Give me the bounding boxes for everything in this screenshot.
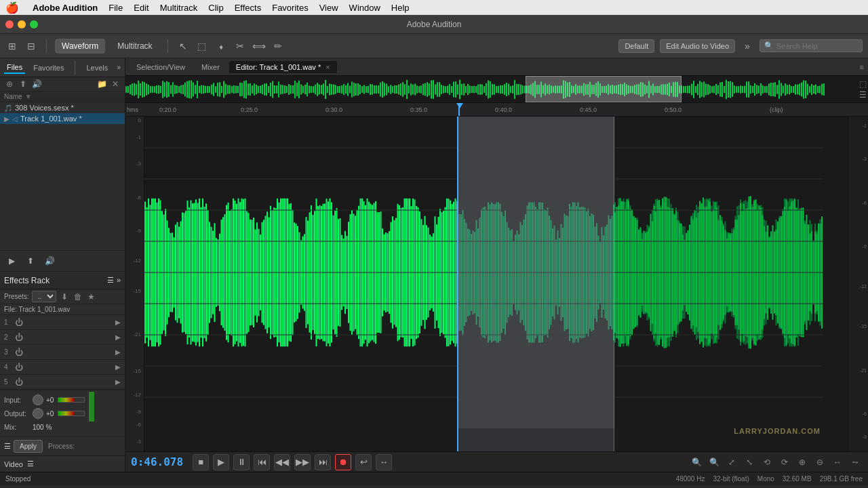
menu-view[interactable]: View xyxy=(319,3,338,13)
tab-close-icon[interactable]: × xyxy=(326,63,330,71)
favorites-tab[interactable]: Favorites xyxy=(31,62,66,73)
slot-4-arrow[interactable]: ▶ xyxy=(115,363,121,371)
zoom-special-icon[interactable]: ⥊ xyxy=(848,455,863,470)
waveform-overview[interactable]: ⬚ ☰ xyxy=(125,76,868,103)
slot-2-power[interactable]: ⏻ xyxy=(14,332,24,343)
zoom-full-icon[interactable]: ↔ xyxy=(830,455,845,470)
effect-slot-3[interactable]: 3 ⏻ ▶ xyxy=(0,345,125,360)
mini-play-btn[interactable]: ▶ xyxy=(4,253,19,268)
brush-tool-icon[interactable]: ✏ xyxy=(271,39,285,53)
lasso-tool-icon[interactable]: ⬧ xyxy=(214,39,228,53)
star-preset-icon[interactable]: ★ xyxy=(86,291,97,302)
folder-icon[interactable]: 📁 xyxy=(96,79,107,89)
menu-favorites[interactable]: Favorites xyxy=(272,3,308,13)
presets-dropdown[interactable]: .. xyxy=(32,291,56,302)
marquee-tool-icon[interactable]: ⬚ xyxy=(195,39,209,53)
overview-zoom-icon[interactable]: ⬚ xyxy=(859,79,867,89)
list-view-icon[interactable]: ☰ xyxy=(4,442,11,451)
pause-button[interactable]: ⏸ xyxy=(233,454,250,470)
menu-effects[interactable]: Effects xyxy=(235,3,262,13)
loop-button[interactable]: ↩ xyxy=(355,454,372,470)
zoom-out-icon[interactable]: 🔍 xyxy=(707,455,722,470)
rewind-button[interactable]: ◀◀ xyxy=(274,454,290,470)
file-item-wav[interactable]: ▶ ◁ Track 1_001.wav * xyxy=(0,113,125,124)
zoom-redo-icon[interactable]: ⟳ xyxy=(777,455,792,470)
menu-multitrack[interactable]: Multitrack xyxy=(160,3,198,13)
zoom-amp-in-icon[interactable]: ⊕ xyxy=(795,455,810,470)
delete-preset-icon[interactable]: 🗑 xyxy=(73,291,83,302)
play-button[interactable]: ▶ xyxy=(213,454,229,470)
import-icon[interactable]: ⬆ xyxy=(18,79,28,89)
toolbar-icon-1[interactable]: ⊞ xyxy=(5,39,19,53)
mini-export-btn[interactable]: ⬆ xyxy=(23,253,38,268)
levels-tab[interactable]: Levels xyxy=(83,62,111,73)
ruler: hms 0:20.0 0:25.0 0:30.0 0:35.0 0:40.0 0… xyxy=(125,103,868,117)
zoom-in-icon[interactable]: 🔍 xyxy=(689,455,704,470)
effects-rack-menu: ☰ » xyxy=(107,276,121,285)
slot-5-arrow[interactable]: ▶ xyxy=(115,378,121,386)
waveform-canvas[interactable]: LARRYJORDAN.COM xyxy=(144,117,848,451)
apply-button[interactable]: Apply xyxy=(14,440,43,453)
zoom-contract-icon[interactable]: ⤡ xyxy=(742,455,757,470)
autoplay-icon[interactable]: 🔊 xyxy=(31,79,42,89)
overview-menu-icon[interactable]: ☰ xyxy=(859,90,867,100)
tab-selection-view[interactable]: Selection/View xyxy=(130,61,192,73)
zoom-undo-icon[interactable]: ⟲ xyxy=(760,455,774,470)
minimize-button[interactable] xyxy=(18,20,26,28)
slot-3-arrow[interactable]: ▶ xyxy=(115,348,121,356)
multitrack-tab[interactable]: Multitrack xyxy=(111,39,159,54)
db-label-n6: -6 xyxy=(136,194,141,200)
slot-5-power[interactable]: ⏻ xyxy=(14,377,24,388)
slot-2-arrow[interactable]: ▶ xyxy=(115,333,121,341)
slot-4-power[interactable]: ⏻ xyxy=(14,362,24,373)
edit-audio-button[interactable]: Edit Audio to Video xyxy=(660,39,735,53)
menu-help[interactable]: Help xyxy=(391,3,410,13)
menu-clip[interactable]: Clip xyxy=(208,3,223,13)
output-knob[interactable] xyxy=(33,408,43,419)
search-input[interactable] xyxy=(776,42,858,50)
save-preset-icon[interactable]: ⬇ xyxy=(59,291,70,302)
zoom-amp-out-icon[interactable]: ⊖ xyxy=(812,455,827,470)
stop-button[interactable]: ■ xyxy=(193,454,209,470)
toolbar-icon-2[interactable]: ⊟ xyxy=(24,39,38,53)
slip-tool-icon[interactable]: ⟺ xyxy=(252,39,266,53)
goto-end-button[interactable]: ⏭ xyxy=(315,454,331,470)
record-button[interactable]: ⏺ xyxy=(335,454,351,470)
panel-expand-icon[interactable]: » xyxy=(117,64,121,71)
fast-forward-button[interactable]: ▶▶ xyxy=(294,454,311,470)
menu-file[interactable]: File xyxy=(108,3,123,13)
slot-1-power[interactable]: ⏻ xyxy=(14,317,24,328)
tab-mixer[interactable]: Mixer xyxy=(195,61,226,73)
default-button[interactable]: Default xyxy=(618,39,654,53)
maximize-button[interactable] xyxy=(30,20,38,28)
input-knob[interactable] xyxy=(33,394,43,405)
effect-slot-2[interactable]: 2 ⏻ ▶ xyxy=(0,330,125,345)
files-tab[interactable]: Files xyxy=(4,62,25,74)
menu-window[interactable]: Window xyxy=(349,3,380,13)
file-item-session[interactable]: 🎵 308 Voices.sesx * xyxy=(0,102,125,113)
effect-slot-4[interactable]: 4 ⏻ ▶ xyxy=(0,360,125,375)
video-menu-icon[interactable]: ☰ xyxy=(27,460,34,468)
waveform-tab[interactable]: Waveform xyxy=(55,39,105,54)
menu-edit[interactable]: Edit xyxy=(134,3,149,13)
effect-slot-5[interactable]: 5 ⏻ ▶ xyxy=(0,375,125,390)
effects-expand-icon[interactable]: » xyxy=(117,276,121,285)
effects-menu-icon[interactable]: ☰ xyxy=(107,276,114,285)
slot-1-arrow[interactable]: ▶ xyxy=(115,319,121,326)
punch-button[interactable]: ↔ xyxy=(376,454,392,470)
expand-icon[interactable]: » xyxy=(741,39,754,53)
tab-menu-icon[interactable]: ≡ xyxy=(860,63,864,71)
effect-slot-1[interactable]: 1 ⏻ ▶ xyxy=(0,315,125,330)
apple-menu[interactable]: 🍎 xyxy=(5,1,19,14)
goto-start-button[interactable]: ⏮ xyxy=(254,454,270,470)
tab-editor[interactable]: Editor: Track 1_001.wav * × xyxy=(229,61,337,73)
expand-arrow[interactable]: ▶ xyxy=(4,115,9,123)
mini-monitor-btn[interactable]: 🔊 xyxy=(42,253,57,268)
razor-tool-icon[interactable]: ✂ xyxy=(233,39,247,53)
new-file-icon[interactable]: ⊕ xyxy=(4,79,15,89)
move-tool-icon[interactable]: ↖ xyxy=(176,39,190,53)
slot-3-power[interactable]: ⏻ xyxy=(14,347,24,358)
close-button[interactable] xyxy=(5,20,14,28)
delete-file-icon[interactable]: ✕ xyxy=(110,79,121,89)
zoom-fit-icon[interactable]: ⤢ xyxy=(724,455,739,470)
